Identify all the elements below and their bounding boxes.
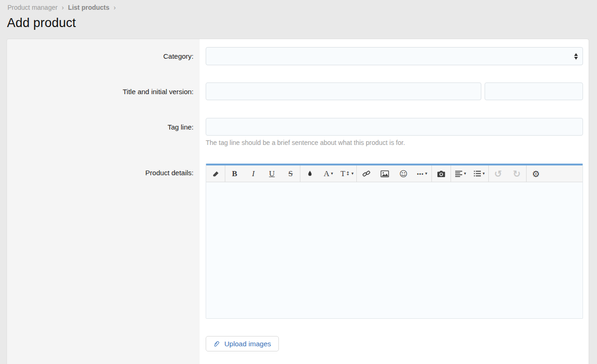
redo-icon: ↻ (513, 168, 521, 179)
ellipsis-icon: ••• (417, 171, 424, 177)
insert-image-button[interactable] (375, 165, 394, 182)
editor-toolbar: B I U S A ▾ (206, 165, 583, 182)
form-row-product-details: Product details: B I U S (7, 164, 589, 319)
tagline-help-text: The tag line should be a brief sentence … (206, 139, 583, 146)
upload-images-label: Upload images (224, 340, 271, 348)
font-color-button[interactable]: A ▾ (319, 165, 338, 182)
tagline-label: Tag line: (7, 118, 200, 146)
chevron-down-icon: ▾ (483, 172, 485, 176)
settings-button[interactable]: ⚙ (527, 165, 545, 182)
remove-format-button[interactable] (206, 165, 225, 182)
chevron-down-icon: ▾ (425, 172, 428, 176)
text-height-button[interactable]: T↕ ▾ (338, 165, 356, 182)
rich-text-editor: B I U S A ▾ (206, 164, 583, 319)
add-product-form-panel: Category: Title and initial version: (7, 39, 589, 364)
updown-arrow-icon: ↕ (346, 171, 350, 177)
add-product-page: Product manager › List products › Add pr… (0, 0, 597, 364)
undo-icon: ↺ (494, 168, 502, 179)
list-icon (473, 170, 481, 177)
eraser-icon (211, 169, 220, 178)
more-options-button[interactable]: ••• ▾ (413, 165, 431, 182)
form-row-upload: Upload images (7, 336, 589, 351)
category-label: Category: (7, 47, 200, 65)
text-height-icon: T (340, 169, 345, 179)
droplet-icon (306, 170, 313, 178)
underline-button[interactable]: U (263, 165, 281, 182)
form-row-tagline: Tag line: The tag line should be a brief… (7, 118, 589, 146)
underline-icon: U (269, 169, 275, 179)
camera-icon (437, 170, 446, 178)
breadcrumb-separator: › (62, 4, 64, 11)
category-select[interactable] (206, 47, 583, 65)
strikethrough-icon: S (288, 169, 292, 179)
align-left-icon (455, 170, 463, 177)
link-button[interactable] (357, 165, 375, 182)
product-details-editor-area[interactable] (206, 182, 583, 318)
link-icon (362, 169, 371, 178)
breadcrumb: Product manager › List products › (0, 0, 597, 11)
form-row-title-version: Title and initial version: (7, 82, 589, 101)
title-input[interactable] (206, 82, 481, 100)
bold-icon: B (232, 169, 237, 179)
upload-images-button[interactable]: Upload images (206, 336, 279, 351)
paperclip-icon (212, 340, 220, 348)
camera-button[interactable] (432, 165, 451, 182)
title-version-label: Title and initial version: (7, 82, 200, 101)
list-button[interactable]: ▾ (470, 165, 488, 182)
page-title: Add product (0, 11, 597, 30)
paragraph-align-button[interactable]: ▾ (451, 165, 470, 182)
initial-version-input[interactable] (485, 82, 583, 100)
emoji-button[interactable]: ☺ (394, 165, 413, 182)
form-row-category: Category: (7, 47, 589, 65)
color-button[interactable] (300, 165, 319, 182)
product-details-label: Product details: (7, 164, 200, 319)
breadcrumb-item-product-manager[interactable]: Product manager (7, 4, 57, 11)
select-stepper-icon (574, 53, 578, 60)
breadcrumb-item-list-products[interactable]: List products (68, 4, 110, 11)
breadcrumb-separator: › (113, 4, 116, 11)
strikethrough-button[interactable]: S (281, 165, 300, 182)
font-color-icon: A (324, 169, 329, 179)
image-icon (380, 170, 389, 178)
upload-label-spacer (7, 336, 200, 351)
tagline-input[interactable] (206, 118, 583, 136)
chevron-down-icon: ▾ (352, 172, 354, 176)
italic-icon: I (252, 169, 255, 179)
italic-button[interactable]: I (244, 165, 263, 182)
chevron-down-icon: ▾ (464, 172, 466, 176)
smiley-icon: ☺ (399, 169, 408, 179)
redo-button[interactable]: ↻ (507, 165, 526, 182)
undo-button[interactable]: ↺ (489, 165, 507, 182)
chevron-down-icon: ▾ (331, 172, 333, 176)
gear-icon: ⚙ (532, 169, 540, 179)
bold-button[interactable]: B (225, 165, 244, 182)
